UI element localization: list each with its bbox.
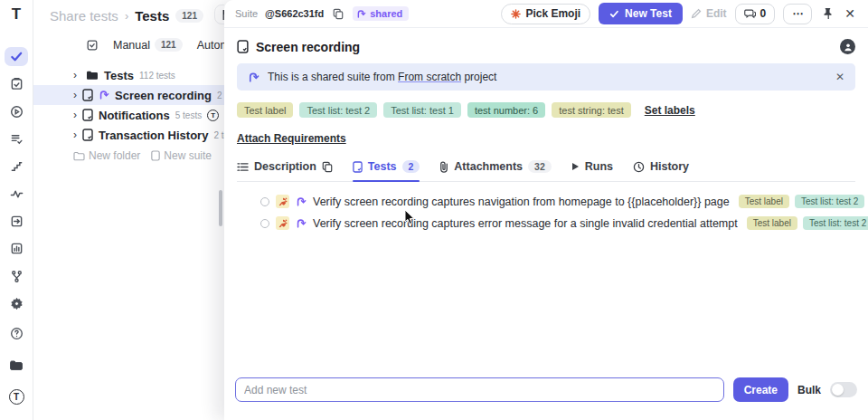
label-chip[interactable]: Test list: test 2 [299, 102, 377, 118]
bulk-toggle[interactable] [830, 382, 857, 397]
new-folder-button[interactable]: New folder [73, 149, 140, 162]
shared-icon [296, 196, 307, 207]
branch-icon [10, 270, 24, 283]
tab-attachments[interactable]: Attachments 32 [439, 160, 551, 181]
tab-history-label: History [650, 160, 689, 173]
new-suite-button[interactable]: New suite [151, 149, 212, 162]
close-drawer-button[interactable]: ✕ [843, 5, 857, 23]
chevron-right-icon[interactable]: › [73, 89, 77, 101]
emoji-burst-icon [511, 9, 521, 19]
ellipsis-icon: ⋯ [792, 7, 803, 20]
tab-tests[interactable]: Tests 2 [353, 160, 420, 181]
suite-labels-row: Test label Test list: test 2 Test list: … [237, 102, 855, 118]
tree-row-transaction-history[interactable]: › Transaction History 2 tests T [33, 125, 224, 145]
tests-list: Verify screen recording captures navigat… [237, 195, 855, 230]
copy-icon[interactable] [322, 161, 333, 173]
attach-requirements-link[interactable]: Attach Requirements [237, 132, 346, 145]
folder-icon [86, 70, 99, 81]
pick-emoji-button[interactable]: Pick Emoji [501, 4, 590, 24]
label-chip: Test label [739, 195, 789, 208]
tree-row-count: 2 tests [213, 130, 224, 140]
edit-button[interactable]: Edit [691, 7, 727, 20]
new-test-button[interactable]: New Test [599, 3, 683, 24]
doc-icon [353, 161, 363, 173]
breadcrumb-separator: › [125, 9, 128, 23]
label-chip[interactable]: Test label [237, 102, 293, 118]
rail-item-help[interactable] [5, 321, 28, 345]
import-box-icon [10, 215, 24, 228]
toggle-knob [832, 384, 844, 396]
label-chip: Test list: test 2 [803, 216, 868, 230]
banner-text-before: This is a shared suite from [268, 71, 395, 83]
label-chip[interactable]: test string: test [552, 102, 631, 118]
more-actions-button[interactable]: ⋯ [783, 4, 812, 24]
test-row[interactable]: Verify screen recording captures error m… [237, 216, 855, 230]
test-select-checkbox[interactable] [260, 197, 269, 206]
rail-item-reports[interactable] [5, 239, 28, 258]
tab-manual[interactable]: Manual 121 [113, 38, 183, 52]
suites-tree-panel: Share tests › Tests 121 ✕ Manual 121 Aut… [33, 0, 224, 420]
banner-project-link[interactable]: From scratch [398, 71, 461, 83]
tree-row-tests[interactable]: › Tests 112 tests [33, 65, 224, 85]
breadcrumb-current: Tests [135, 8, 169, 24]
rail-item-plans[interactable] [5, 74, 28, 93]
rail-item-analytics[interactable] [5, 184, 28, 203]
clipboard-check-icon [10, 77, 24, 91]
firecracker-emoji-icon [276, 216, 289, 230]
tab-description[interactable]: Description [237, 160, 333, 181]
tab-runs[interactable]: Runs [571, 160, 613, 181]
add-test-input[interactable] [235, 377, 724, 402]
list-icon [237, 162, 249, 172]
filter-chip[interactable]: ✕ [214, 5, 224, 24]
test-title[interactable]: Verify screen recording captures error m… [313, 217, 738, 230]
pin-button[interactable] [820, 5, 835, 22]
tree-row-label: Screen recording [115, 89, 212, 102]
chevron-right-icon[interactable]: › [73, 109, 77, 121]
set-labels-link[interactable]: Set labels [645, 104, 695, 117]
rail-item-branches[interactable] [5, 266, 28, 285]
suite-label: Suite [235, 8, 258, 19]
bar-chart-icon [10, 242, 24, 255]
rail-item-steps[interactable] [5, 157, 28, 176]
copy-icon [333, 8, 344, 20]
rail-item-account[interactable]: T [5, 385, 28, 408]
app-window: T [0, 0, 868, 420]
rail-item-settings[interactable] [5, 294, 28, 313]
tab-history[interactable]: History [633, 160, 689, 181]
author-avatar[interactable] [840, 39, 855, 54]
rail-item-import[interactable] [5, 212, 28, 231]
rail-bottom: T [5, 321, 28, 420]
tree-row-notifications[interactable]: › Notifications 5 tests T notifi [33, 105, 224, 125]
drawer-actions: Pick Emoji New Test Edit 0 ⋯ [501, 3, 857, 24]
breadcrumb-parent[interactable]: Share tests [50, 8, 118, 24]
tab-runs-label: Runs [585, 160, 613, 173]
drawer-tabs: Description Tests 2 Attachments 32 Runs [237, 160, 855, 182]
test-select-checkbox[interactable] [260, 219, 269, 228]
tree-footer: New folder New suite [73, 149, 212, 162]
tab-automated[interactable]: Automated [197, 39, 224, 52]
banner-close-icon[interactable]: ✕ [835, 71, 844, 83]
suite-doc-icon [82, 109, 93, 121]
test-row[interactable]: Verify screen recording captures navigat… [237, 195, 855, 208]
copy-suite-id-button[interactable] [331, 6, 345, 22]
label-chip[interactable]: test number: 6 [467, 102, 545, 118]
rail-item-projects[interactable] [5, 353, 28, 377]
rail-item-runs[interactable] [5, 102, 28, 121]
create-test-button[interactable]: Create [733, 377, 788, 402]
tree-scrollbar-thumb[interactable] [219, 190, 222, 226]
history-clock-icon [633, 161, 645, 173]
shared-icon [248, 72, 259, 83]
rail-item-tests[interactable] [5, 47, 28, 66]
tree-row-screen-recording[interactable]: › Screen recording 2 tests [33, 85, 224, 105]
chevron-right-icon[interactable]: › [73, 69, 80, 81]
tab-manual-count: 121 [155, 38, 183, 52]
label-chip: Test list: test 2 [795, 195, 864, 208]
select-all-icon[interactable] [86, 39, 99, 52]
rail-item-results[interactable] [5, 129, 28, 148]
comments-button[interactable]: 0 [735, 4, 776, 24]
test-title[interactable]: Verify screen recording captures navigat… [313, 196, 730, 208]
label-chip[interactable]: Test list: test 1 [383, 102, 461, 118]
chevron-right-icon[interactable]: › [73, 129, 77, 141]
edit-label: Edit [706, 7, 727, 20]
assignee-avatar: T [207, 110, 219, 121]
